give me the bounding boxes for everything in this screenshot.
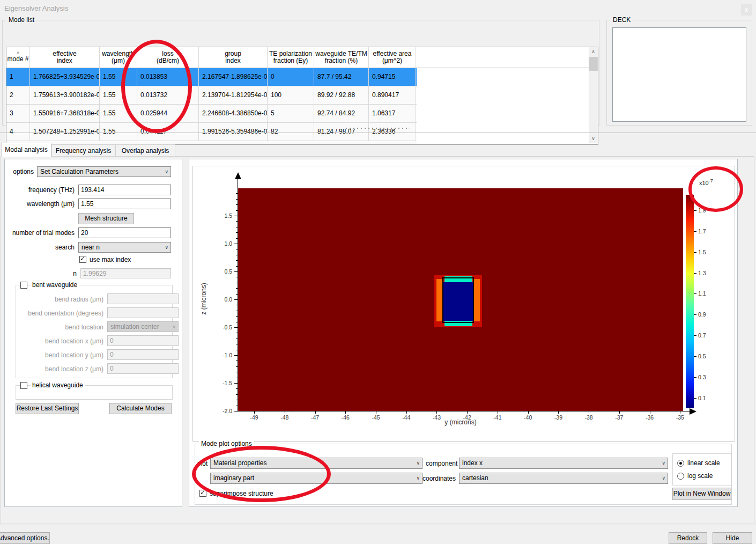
z-tick-label: 1.0 — [211, 240, 232, 247]
z-tick — [234, 411, 238, 411]
search-value: near n — [81, 244, 100, 251]
table-cell: 2.139704-1.812954e-07i — [199, 86, 268, 104]
tab-frequency-analysis[interactable]: Frequency analysis — [51, 144, 115, 157]
trial-modes-input[interactable]: 20 — [78, 227, 171, 238]
n-input[interactable]: 1.99629 — [80, 268, 171, 278]
bent-waveguide-group: bent waveguide bend radius (μm)bend orie… — [16, 285, 173, 378]
x-tick-label: -47 — [305, 414, 326, 421]
scroll-thumb[interactable] — [589, 57, 598, 71]
colorbar-tick — [694, 377, 696, 378]
table-cell: 2.246608-4.386850e-07i — [199, 105, 268, 122]
bend-location-y-input[interactable]: 0 — [107, 349, 179, 360]
mesh-structure-button[interactable]: Mesh structure — [78, 213, 134, 224]
coordinates-select[interactable]: cartesian ∨ — [459, 473, 668, 484]
annotation-circle-loss — [121, 40, 192, 133]
column-header-label: TE polarization fraction (Ey) — [269, 50, 312, 64]
y-axis — [238, 179, 238, 411]
column-header[interactable]: effective index — [30, 47, 100, 68]
colorbar-tick — [694, 231, 696, 232]
z-tick-label: -1.0 — [211, 352, 232, 358]
mode-list-table[interactable]: ^mode #effective indexwavelength (μm)los… — [6, 47, 598, 145]
bend-orientation-input[interactable] — [107, 307, 179, 318]
scroll-down-button[interactable]: ∨ — [589, 134, 598, 143]
column-header[interactable]: ^mode # — [6, 47, 30, 68]
x-tick — [528, 411, 529, 414]
bend-orientation-row: bend orientation (degrees) — [16, 307, 171, 321]
hide-button[interactable]: Hide — [713, 532, 752, 544]
colorbar-tick-label: 1.5 — [698, 249, 706, 255]
table-cell: 2.167547-1.898625e-07i — [199, 68, 268, 86]
bend-location-y-label: bend location y (μm) — [16, 351, 103, 359]
colorbar-tick — [694, 398, 696, 399]
wavelength-input[interactable]: 1.55 — [78, 199, 171, 209]
check-icon: ✓ — [80, 255, 85, 262]
search-label: search — [5, 244, 75, 251]
frequency-input[interactable]: 193.414 — [78, 185, 171, 195]
annotation-circle-multiplier — [688, 166, 743, 212]
bend-location-x-input[interactable]: 0 — [107, 335, 179, 346]
mode-list-label: Mode list — [6, 16, 36, 24]
options-value: Set Calculation Parameters — [40, 168, 118, 175]
deck-listbox[interactable] — [612, 27, 746, 122]
z-minor-tick — [236, 249, 238, 249]
plot-in-new-window-button[interactable]: Plot in New Window — [672, 488, 731, 500]
scroll-up-button[interactable]: ∧ — [589, 47, 598, 56]
axis-arrow-up-icon — [235, 172, 241, 179]
close-button[interactable]: x — [741, 4, 752, 16]
mode-list-scrollbar[interactable]: ∧ ∨ — [589, 47, 598, 143]
x-tick — [467, 411, 468, 414]
chevron-down-icon: ∨ — [416, 459, 420, 468]
options-select[interactable]: Set Calculation Parameters ∨ — [37, 166, 171, 177]
bent-waveguide-checkbox[interactable] — [20, 282, 27, 289]
x-tick-label: -40 — [517, 414, 539, 421]
z-tick — [234, 299, 238, 300]
options-label: options — [5, 168, 34, 175]
component-select[interactable]: index x ∨ — [459, 458, 668, 469]
search-select[interactable]: near n ∨ — [78, 242, 171, 253]
coordinates-value: cartesian — [462, 474, 488, 482]
deck-group: DECK — [606, 20, 752, 126]
colorbar-tick-label: 0.7 — [698, 332, 706, 339]
deck-label: DECK — [611, 16, 633, 24]
z-minor-tick — [236, 232, 238, 233]
helical-waveguide-checkbox[interactable] — [20, 382, 27, 389]
use-max-index-checkbox[interactable]: ✓ — [79, 256, 86, 263]
tab-overlap-analysis[interactable]: Overlap analysis — [115, 144, 175, 157]
linear-scale-radio[interactable] — [677, 460, 684, 467]
table-row[interactable]: 11.766825+3.934529e-08i1.550.0138532.167… — [6, 68, 417, 86]
scale-group: linear scale log scale — [672, 453, 731, 486]
z-tick-label: 0.0 — [211, 296, 232, 303]
redock-button[interactable]: Redock — [669, 532, 707, 544]
z-minor-tick — [236, 344, 238, 344]
column-header[interactable]: TE polarization fraction (Ey) — [268, 47, 314, 68]
table-row[interactable]: 21.759613+3.900182e-08i1.550.0137322.139… — [6, 86, 417, 105]
splitter-handle[interactable] — [346, 127, 410, 129]
bend-location-select[interactable]: simulation center∨ — [107, 321, 179, 332]
table-row[interactable]: 31.550916+7.368318e-08i1.550.0259442.246… — [6, 105, 417, 123]
column-header[interactable]: waveguide TE/TM fraction (%) — [314, 47, 369, 68]
table-row[interactable]: 41.507248+1.252991e-07i1.550.0441171.991… — [6, 123, 417, 141]
bend-radius-input[interactable] — [107, 293, 179, 304]
bend-location-z-input[interactable]: 0 — [107, 363, 179, 374]
x-tick — [558, 411, 559, 414]
tab-modal-analysis[interactable]: Modal analysis — [1, 143, 51, 157]
column-header[interactable]: group index — [199, 47, 268, 68]
table-cell: 2 — [6, 86, 30, 104]
table-cell: 0 — [268, 68, 314, 86]
bend-location-row: bend locationsimulation center∨ — [16, 321, 171, 335]
modal-analysis-panel: options Set Calculation Parameters ∨ fre… — [4, 159, 182, 507]
x-axis — [238, 411, 690, 411]
x-tick — [376, 411, 376, 414]
wavelength-label: wavelength (μm) — [5, 200, 75, 208]
restore-last-settings-button[interactable]: Restore Last Settings — [16, 403, 79, 414]
calculate-modes-button[interactable]: Calculate Modes — [109, 403, 172, 414]
trial-modes-label: number of trial modes — [5, 229, 75, 237]
component-label: component — [426, 460, 457, 467]
log-scale-radio[interactable] — [677, 473, 684, 480]
column-header[interactable]: effective area (μm^2) — [369, 47, 416, 68]
colorbar-tick-label: 1.3 — [698, 270, 706, 276]
advanced-options-button[interactable]: Advanced options... — [0, 532, 50, 544]
x-tick-label: -43 — [426, 414, 447, 421]
close-icon: x — [745, 6, 748, 13]
table-cell: 1 — [6, 68, 30, 86]
